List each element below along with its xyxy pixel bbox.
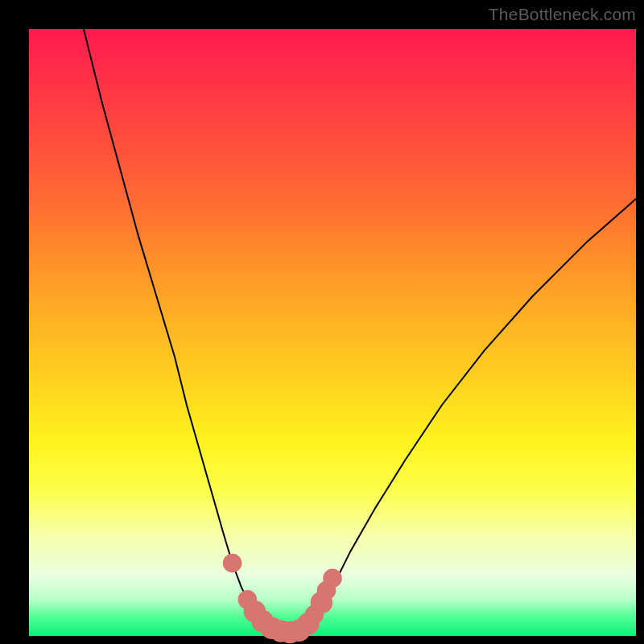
curve-svg bbox=[29, 29, 636, 636]
curve-marker bbox=[223, 554, 242, 573]
curve-marker bbox=[323, 569, 342, 588]
bottleneck-curve bbox=[84, 29, 636, 633]
outer-frame: TheBottleneck.com bbox=[0, 0, 644, 644]
watermark-text: TheBottleneck.com bbox=[489, 5, 636, 24]
marker-group bbox=[223, 554, 342, 644]
plot-area bbox=[29, 29, 636, 636]
